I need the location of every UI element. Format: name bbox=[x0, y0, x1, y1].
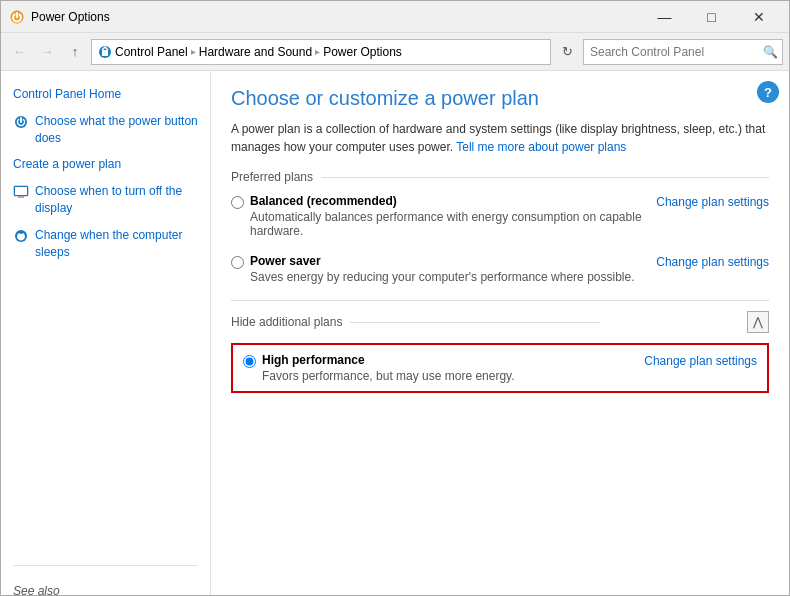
breadcrumb-item-2: Power Options bbox=[323, 45, 402, 59]
plan-desc-high-performance: Favors performance, but may use more ene… bbox=[262, 369, 634, 383]
plan-name-high-performance: High performance bbox=[262, 353, 634, 367]
search-box: 🔍 bbox=[583, 39, 783, 65]
window-icon bbox=[9, 9, 25, 25]
up-button[interactable]: ↑ bbox=[63, 40, 87, 64]
sidebar: Control Panel Home Choose what the power… bbox=[1, 71, 211, 595]
breadcrumb: Control Panel ▸ Hardware and Sound ▸ Pow… bbox=[91, 39, 551, 65]
help-button[interactable]: ? bbox=[757, 81, 779, 103]
breadcrumb-icon bbox=[98, 45, 112, 59]
change-plan-high-performance[interactable]: Change plan settings bbox=[644, 354, 757, 368]
addressbar: ← → ↑ Control Panel ▸ Hardware and Sound… bbox=[1, 33, 789, 71]
forward-button[interactable]: → bbox=[35, 40, 59, 64]
sleep-icon bbox=[13, 228, 29, 244]
window-controls: — □ ✕ bbox=[642, 4, 781, 30]
preferred-plans-header: Preferred plans bbox=[231, 170, 769, 184]
minimize-button[interactable]: — bbox=[642, 4, 687, 30]
refresh-button[interactable]: ↻ bbox=[555, 40, 579, 64]
search-input[interactable] bbox=[584, 45, 758, 59]
svg-rect-6 bbox=[18, 196, 24, 198]
sidebar-item-home[interactable]: Control Panel Home bbox=[1, 81, 210, 108]
collapse-button[interactable]: ⋀ bbox=[747, 311, 769, 333]
display-icon bbox=[13, 184, 29, 200]
additional-plans-label: Hide additional plans bbox=[231, 315, 342, 329]
breadcrumb-item-0[interactable]: Control Panel bbox=[115, 45, 188, 59]
additional-plans-section: Hide additional plans ⋀ High performance… bbox=[231, 300, 769, 393]
search-icon: 🔍 bbox=[758, 40, 782, 64]
breadcrumb-sep-0: ▸ bbox=[191, 46, 196, 57]
window-title: Power Options bbox=[31, 10, 642, 24]
sidebar-item-create-plan[interactable]: Create a power plan bbox=[1, 151, 210, 178]
preferred-plans-label: Preferred plans bbox=[231, 170, 313, 184]
plan-radio-balanced[interactable] bbox=[231, 196, 244, 209]
breadcrumb-item-1[interactable]: Hardware and Sound bbox=[199, 45, 312, 59]
plan-radio-high-performance[interactable] bbox=[243, 355, 256, 368]
change-plan-balanced[interactable]: Change plan settings bbox=[656, 195, 769, 209]
change-plan-power-saver[interactable]: Change plan settings bbox=[656, 255, 769, 269]
main-window: Power Options — □ ✕ ← → ↑ Control Panel … bbox=[0, 0, 790, 596]
svg-rect-2 bbox=[102, 50, 108, 56]
close-button[interactable]: ✕ bbox=[736, 4, 781, 30]
plan-name-power-saver: Power saver bbox=[250, 254, 646, 268]
sidebar-item-power-button-label: Choose what the power button does bbox=[35, 113, 198, 147]
plan-desc-balanced: Automatically balances performance with … bbox=[250, 210, 646, 238]
svg-rect-5 bbox=[15, 187, 27, 195]
additional-plans-header: Hide additional plans ⋀ bbox=[231, 311, 769, 333]
plan-name-balanced: Balanced (recommended) bbox=[250, 194, 646, 208]
plan-item-high-performance: High performance Favors performance, but… bbox=[231, 343, 769, 393]
see-also-label: See also bbox=[1, 576, 210, 595]
sidebar-item-display[interactable]: Choose when to turn off the display bbox=[1, 178, 210, 222]
learn-more-link[interactable]: Tell me more about power plans bbox=[456, 140, 626, 154]
power-button-icon bbox=[13, 114, 29, 130]
page-description: A power plan is a collection of hardware… bbox=[231, 120, 769, 156]
content-area: Control Panel Home Choose what the power… bbox=[1, 71, 789, 595]
sidebar-item-display-label: Choose when to turn off the display bbox=[35, 183, 198, 217]
sidebar-item-power-button[interactable]: Choose what the power button does bbox=[1, 108, 210, 152]
main-panel: ? Choose or customize a power plan A pow… bbox=[211, 71, 789, 595]
titlebar: Power Options — □ ✕ bbox=[1, 1, 789, 33]
breadcrumb-sep-1: ▸ bbox=[315, 46, 320, 57]
maximize-button[interactable]: □ bbox=[689, 4, 734, 30]
back-button[interactable]: ← bbox=[7, 40, 31, 64]
sidebar-item-sleep[interactable]: Change when the computer sleeps bbox=[1, 222, 210, 266]
sidebar-item-sleep-label: Change when the computer sleeps bbox=[35, 227, 198, 261]
plan-desc-power-saver: Saves energy by reducing your computer's… bbox=[250, 270, 646, 284]
plan-item-balanced: Balanced (recommended) Automatically bal… bbox=[231, 194, 769, 238]
page-title: Choose or customize a power plan bbox=[231, 87, 769, 110]
sidebar-divider bbox=[13, 565, 198, 566]
plan-radio-power-saver[interactable] bbox=[231, 256, 244, 269]
plan-item-power-saver: Power saver Saves energy by reducing you… bbox=[231, 254, 769, 284]
